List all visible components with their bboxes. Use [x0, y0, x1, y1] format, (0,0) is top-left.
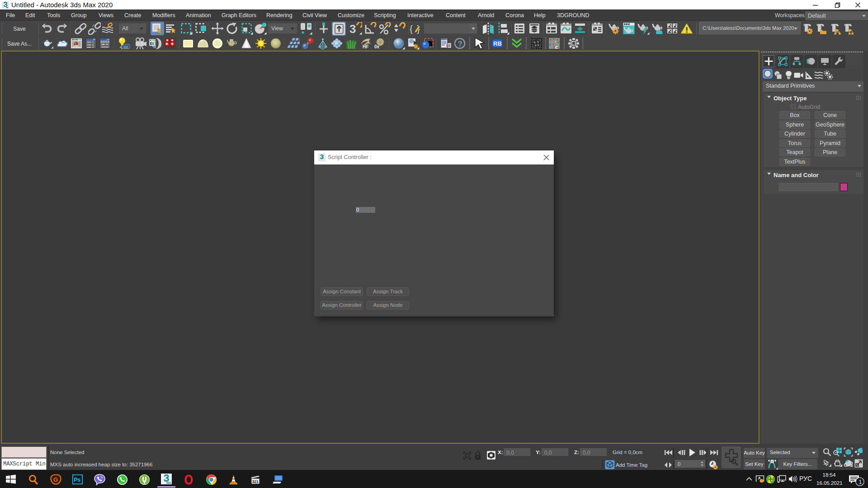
svg-text:G: G: [53, 476, 58, 483]
svg-text:?: ?: [458, 40, 462, 48]
svg-text:{: {: [410, 23, 413, 34]
svg-text:3: 3: [349, 22, 356, 35]
svg-text:0x: 0x: [374, 44, 380, 49]
svg-text:1: 1: [859, 479, 862, 485]
svg-text:MAX: MAX: [166, 481, 171, 484]
svg-text:321: 321: [252, 479, 259, 484]
svg-text:RB: RB: [493, 40, 502, 47]
svg-text:HF: HF: [363, 44, 368, 49]
svg-text:Ps: Ps: [74, 477, 81, 483]
svg-text:c: c: [555, 44, 558, 50]
